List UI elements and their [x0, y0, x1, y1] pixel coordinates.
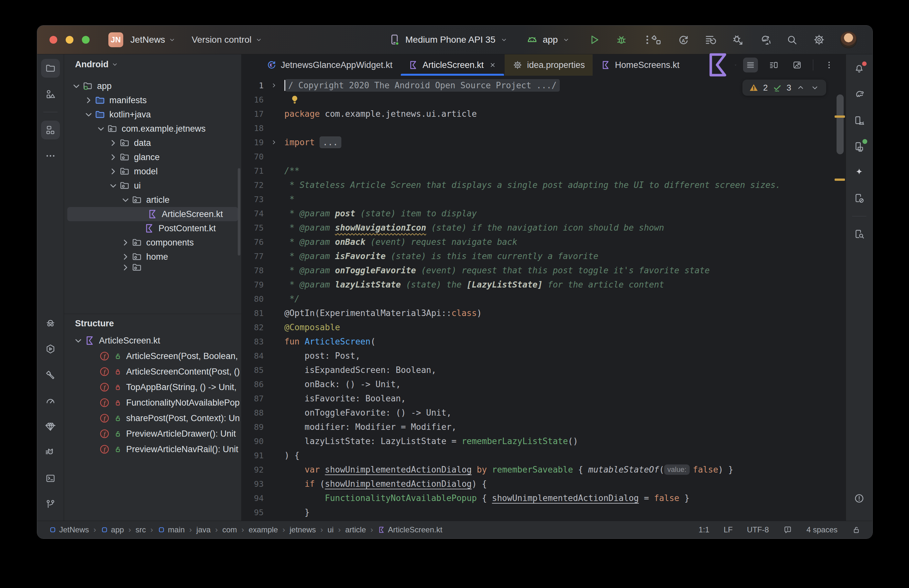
project-view-selector[interactable]: Android	[64, 54, 241, 74]
code-line-92[interactable]: 92 var showUnimplementedActionDialog by …	[242, 462, 846, 477]
logcat-tool-button[interactable]	[41, 443, 60, 462]
breadcrumb-app[interactable]: app	[101, 525, 124, 534]
chev-down-icon[interactable]	[120, 194, 131, 206]
code-line-89[interactable]: 89 modifier: Modifier = Modifier,	[242, 420, 846, 434]
tab-articlescreen-kt[interactable]: ArticleScreen.kt	[400, 54, 505, 76]
editor-design-view[interactable]	[790, 58, 804, 73]
structure-root[interactable]: ArticleScreen.kt	[64, 333, 241, 348]
incognito-tool-button[interactable]	[41, 314, 60, 333]
tree-item-clipped[interactable]	[64, 264, 241, 271]
user-avatar[interactable]	[840, 31, 857, 48]
breadcrumb-article[interactable]: article	[345, 525, 366, 534]
breadcrumb-com[interactable]: com	[222, 525, 237, 534]
code-editor[interactable]: 1/ Copyright 2020 The Android Open Sourc…	[242, 76, 846, 521]
code-line-74[interactable]: 74 * @param post (state) item to display	[242, 206, 846, 221]
code-line-90[interactable]: 90 lazyListState: LazyListState = rememb…	[242, 434, 846, 448]
structure-function[interactable]: fFunctionalityNotAvailablePop	[64, 395, 241, 410]
running-devices-tool-button[interactable]	[850, 137, 869, 156]
breadcrumb-ui[interactable]: ui	[328, 525, 334, 534]
inspections-widget[interactable]: 2 3	[743, 79, 826, 96]
services-tool-button[interactable]	[41, 339, 60, 359]
code-line-81[interactable]: 81@OptIn(ExperimentalMaterial3Api::class…	[242, 306, 846, 320]
code-line-91[interactable]: 91) {	[242, 448, 846, 462]
chevron-down-icon[interactable]	[500, 36, 508, 44]
resource-manager-tool-button[interactable]	[41, 85, 60, 103]
editor-code-view[interactable]	[743, 58, 758, 73]
code-line-71[interactable]: 71/**	[242, 164, 846, 178]
tree-item-glance[interactable]: glance	[64, 150, 241, 164]
tree-item-app[interactable]: app	[64, 79, 241, 93]
tree-item-article[interactable]: article	[64, 193, 241, 207]
minimize-window-button[interactable]	[66, 36, 73, 44]
debug-button[interactable]	[615, 34, 628, 46]
chev-right-icon[interactable]	[270, 139, 278, 146]
editor-split-view[interactable]	[766, 58, 781, 73]
chev-down-icon[interactable]	[71, 80, 82, 92]
tab-idea-properties[interactable]: idea.properties	[505, 54, 593, 76]
code-line-79[interactable]: 79 * @param lazyListState (state) the [L…	[242, 278, 846, 292]
close-window-button[interactable]	[50, 36, 57, 44]
code-line-80[interactable]: 80 */	[242, 292, 846, 306]
gradle-sync-button[interactable]	[759, 34, 771, 46]
notifications-tool-button[interactable]	[850, 60, 869, 78]
build-hammer-tool-button[interactable]	[41, 365, 60, 384]
structure-function[interactable]: fArticleScreen(Post, Boolean,	[64, 348, 241, 364]
breadcrumb-java[interactable]: java	[196, 525, 211, 534]
tab-homescreens-kt[interactable]: HomeScreens.kt	[593, 54, 688, 76]
tree-item-data[interactable]: data	[64, 136, 241, 150]
chev-right-icon[interactable]	[120, 237, 131, 249]
tree-item-kotlin-java[interactable]: kotlin+java	[64, 107, 241, 122]
breadcrumb-main[interactable]: main	[158, 525, 185, 534]
editor-options[interactable]	[822, 58, 836, 73]
code-line-83[interactable]: 83fun ArticleScreen(	[242, 334, 846, 349]
structure-function[interactable]: fPreviewArticleNavRail(): Unit	[64, 441, 241, 457]
structure-function[interactable]: fPreviewArticleDrawer(): Unit	[64, 426, 241, 441]
profiler-tool-button[interactable]	[41, 391, 60, 410]
code-line-95[interactable]: 95 }	[242, 505, 846, 519]
breadcrumb-src[interactable]: src	[136, 525, 146, 534]
structure-function[interactable]: fTopAppBar(String, () -> Unit,	[64, 380, 241, 395]
zoom-window-button[interactable]	[82, 36, 90, 44]
more-tool-windows-tool-button[interactable]	[41, 147, 60, 165]
chev-down-icon[interactable]	[107, 180, 119, 191]
device-manager-tool-button[interactable]	[850, 111, 869, 130]
close-tab-button[interactable]	[488, 61, 497, 69]
settings-button[interactable]	[813, 34, 825, 46]
code-line-84[interactable]: 84 post: Post,	[242, 349, 846, 363]
breadcrumb-jetnews[interactable]: JetNews	[49, 525, 89, 534]
warning-stripe-mark[interactable]	[835, 115, 845, 118]
gemini-gem-tool-button[interactable]	[41, 417, 60, 436]
problems-tool-button[interactable]	[850, 489, 869, 508]
chev-right-icon[interactable]	[107, 151, 119, 163]
breadcrumb-jetnews[interactable]: jetnews	[289, 525, 316, 534]
next-problem-button[interactable]	[810, 83, 820, 92]
prev-problem-button[interactable]	[796, 83, 806, 92]
tree-item-ui[interactable]: ui	[64, 179, 241, 193]
code-line-18[interactable]: 18	[242, 121, 846, 135]
more-actions-button[interactable]	[641, 34, 654, 46]
code-line-93[interactable]: 93 if (showUnimplementedActionDialog) {	[242, 477, 846, 491]
code-line-76[interactable]: 76 * @param onBack (event) request navig…	[242, 235, 846, 249]
terminal-tool-button[interactable]	[41, 469, 60, 488]
code-line-94[interactable]: 94 FunctionalityNotAvailablePopup { show…	[242, 491, 846, 505]
line-separator[interactable]: LF	[723, 525, 733, 534]
code-line-19[interactable]: 19import ...	[242, 135, 846, 149]
bulb-icon[interactable]	[289, 94, 300, 105]
breadcrumb-example[interactable]: example	[249, 525, 278, 534]
tree-item-postcontent-kt[interactable]: PostContent.kt	[64, 221, 241, 236]
code-line-87[interactable]: 87 isFavorite: Boolean,	[242, 391, 846, 405]
structure-tool-button[interactable]	[41, 121, 60, 139]
warning-stripe-mark[interactable]	[835, 179, 845, 181]
profiler-button[interactable]	[704, 34, 717, 46]
tree-item-home[interactable]: home	[64, 250, 241, 264]
structure-function[interactable]: fsharePost(Post, Context): Un	[64, 410, 241, 426]
tab-jetnewsglanceappwidget-kt[interactable]: JetnewsGlanceAppWidget.kt	[258, 54, 400, 76]
device-selector[interactable]: Medium Phone API 35	[405, 35, 496, 45]
code-line-88[interactable]: 88 onToggleFavorite: () -> Unit,	[242, 405, 846, 420]
file-encoding[interactable]: UTF-8	[747, 525, 769, 534]
chev-right-icon[interactable]	[120, 264, 131, 271]
structure-function[interactable]: fArticleScreenContent(Post, ()	[64, 364, 241, 380]
chev-right-icon[interactable]	[107, 166, 119, 177]
tree-item-com-example-jetnews[interactable]: com.example.jetnews	[64, 122, 241, 136]
chev-right-icon[interactable]	[107, 137, 119, 149]
